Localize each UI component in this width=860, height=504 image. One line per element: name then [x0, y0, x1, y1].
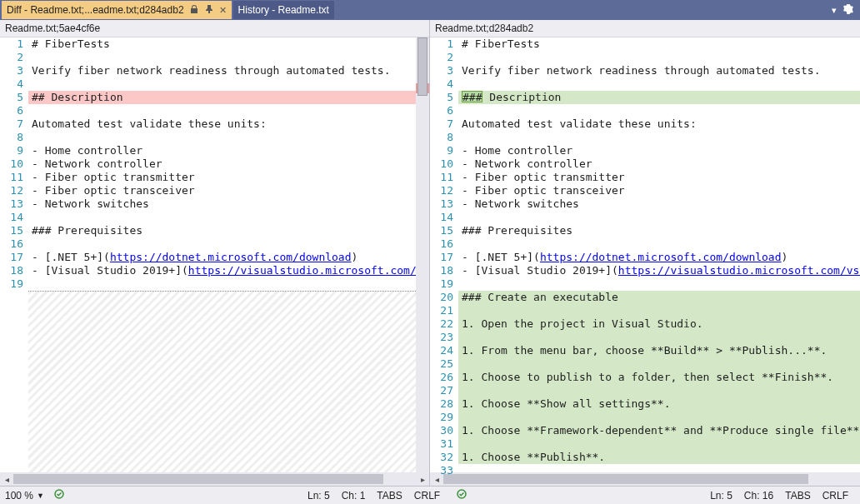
vscroll-left[interactable] [416, 37, 429, 472]
line-number: 6 [430, 104, 453, 117]
hscroll-right[interactable]: ◂ ▸ [430, 472, 860, 486]
line-number: 21 [430, 304, 453, 317]
code-line[interactable]: - [.NET 5+](https://dotnet.microsoft.com… [458, 251, 860, 264]
hyperlink[interactable]: https://visualstudio.microsoft.com/vs/ [618, 264, 860, 277]
window-menu-icon[interactable]: ▾ [832, 5, 837, 16]
code-area-left[interactable]: 12345678910111213141516171819 # FiberTes… [0, 37, 429, 472]
gutter-right: 1234567891011121314151617181920212223242… [430, 37, 458, 472]
pane-right: Readme.txt;d284adb2 12345678910111213141… [430, 20, 860, 486]
code-line[interactable] [458, 104, 860, 117]
code-line[interactable] [458, 304, 860, 317]
close-icon[interactable]: ✕ [219, 5, 227, 16]
line-number: 14 [0, 211, 23, 224]
code-line[interactable] [458, 237, 860, 251]
code-line[interactable]: Verify fiber network readiness through a… [28, 64, 416, 77]
hyperlink[interactable]: https://visualstudio.microsoft.com/vs/ [188, 264, 416, 277]
code-line[interactable] [458, 51, 860, 64]
hscroll-thumb[interactable] [13, 474, 383, 484]
code-line[interactable] [28, 277, 416, 291]
code-line[interactable]: - [.NET 5+](https://dotnet.microsoft.com… [28, 251, 416, 264]
code-line[interactable] [28, 104, 416, 117]
line-number: 26 [430, 371, 453, 384]
code-line[interactable] [458, 384, 860, 397]
line-number: 3 [430, 64, 453, 77]
code-line[interactable] [28, 237, 416, 251]
code-line[interactable]: ### Prerequisites [458, 224, 860, 237]
code-line[interactable] [458, 211, 860, 224]
code-line[interactable]: - Home controller [458, 144, 860, 157]
code-line[interactable]: - Fiber optic transceiver [28, 184, 416, 197]
line-number: 14 [430, 211, 453, 224]
code-line[interactable]: Verify fiber network readiness through a… [458, 64, 860, 77]
code-line[interactable]: - Fiber optic transmitter [458, 171, 860, 184]
code-line[interactable]: 1. Choose to publish to a folder, then s… [458, 371, 860, 384]
hscroll-thumb[interactable] [443, 474, 808, 484]
code-line[interactable] [28, 211, 416, 224]
code-line[interactable]: 1. Choose **Publish**. [458, 451, 860, 464]
code-line[interactable] [458, 411, 860, 424]
code-line[interactable]: ### Create an executable [458, 291, 860, 304]
status-ws: TABS [785, 490, 810, 502]
code-right[interactable]: # FiberTestsVerify fiber network readine… [458, 37, 860, 472]
code-line[interactable] [458, 77, 860, 91]
code-line[interactable]: ### Prerequisites [28, 224, 416, 237]
code-line[interactable] [28, 51, 416, 64]
code-line[interactable] [458, 357, 860, 371]
tab-diff[interactable]: Diff - Readme.txt;...eadme.txt;d284adb2 … [2, 1, 232, 19]
code-line[interactable]: 1. From the menu bar, choose **Build** >… [458, 344, 860, 357]
line-number: 15 [430, 224, 453, 237]
status-ch: Ch: 16 [744, 490, 773, 502]
scroll-right-icon[interactable]: ▸ [416, 475, 429, 484]
no-issues-icon[interactable] [54, 489, 64, 502]
code-line[interactable] [458, 277, 860, 291]
code-line[interactable] [458, 331, 860, 344]
code-line[interactable]: - Fiber optic transceiver [458, 184, 860, 197]
code-line[interactable]: - Fiber optic transmitter [28, 171, 416, 184]
code-line[interactable] [458, 437, 860, 451]
chevron-down-icon[interactable]: ▼ [37, 492, 44, 500]
no-issues-icon[interactable] [457, 489, 467, 502]
tab-label: Diff - Readme.txt;...eadme.txt;d284adb2 [7, 4, 184, 16]
hscroll-left[interactable]: ◂ ▸ [0, 472, 429, 486]
line-number: 27 [430, 384, 453, 397]
code-left[interactable]: # FiberTestsVerify fiber network readine… [28, 37, 416, 472]
code-line[interactable]: - Network controller [458, 157, 860, 171]
code-area-right[interactable]: 1234567891011121314151617181920212223242… [430, 37, 860, 472]
code-line[interactable]: ### Description [458, 91, 860, 104]
line-number: 2 [430, 51, 453, 64]
code-line[interactable]: - Network switches [28, 197, 416, 211]
code-line[interactable]: Automated test validate these units: [28, 117, 416, 131]
code-line[interactable]: Automated test validate these units: [458, 117, 860, 131]
tab-history[interactable]: History - Readme.txt [233, 1, 334, 19]
hyperlink[interactable]: https://dotnet.microsoft.com/download [540, 251, 782, 263]
code-line[interactable] [28, 77, 416, 91]
gear-icon[interactable] [843, 4, 853, 17]
code-line[interactable] [458, 131, 860, 144]
code-line[interactable]: 1. Choose **Framework-dependent** and **… [458, 424, 860, 437]
code-line[interactable]: - Network controller [28, 157, 416, 171]
line-number: 5 [0, 91, 23, 104]
code-line[interactable]: ## Description [28, 91, 416, 104]
line-number: 28 [430, 397, 453, 411]
code-line[interactable] [28, 131, 416, 144]
code-line[interactable]: # FiberTests [458, 37, 860, 51]
pin-icon[interactable] [204, 4, 214, 16]
code-line[interactable]: 1. Open the project in Visual Studio. [458, 317, 860, 331]
scroll-left-icon[interactable]: ◂ [0, 475, 13, 484]
status-ch: Ch: 1 [342, 490, 366, 502]
line-number: 22 [430, 317, 453, 331]
status-bar: 100 % ▼ Ln: 5 Ch: 1 TABS CRLF Ln: 5 Ch: … [0, 486, 860, 504]
zoom-value: 100 % [5, 490, 33, 502]
code-line[interactable]: - Network switches [458, 197, 860, 211]
zoom-control[interactable]: 100 % ▼ [5, 490, 44, 502]
code-line[interactable]: - Home controller [28, 144, 416, 157]
hyperlink[interactable]: https://dotnet.microsoft.com/download [110, 251, 352, 263]
vscroll-thumb[interactable] [418, 37, 428, 96]
code-line[interactable]: - [Visual Studio 2019+](https://visualst… [28, 264, 416, 277]
code-line[interactable]: - [Visual Studio 2019+](https://visualst… [458, 264, 860, 277]
line-number: 10 [0, 157, 23, 171]
code-line[interactable] [458, 464, 860, 472]
code-line[interactable]: 1. Choose **Show all settings**. [458, 397, 860, 411]
code-line[interactable]: # FiberTests [28, 37, 416, 51]
line-number: 13 [430, 197, 453, 211]
